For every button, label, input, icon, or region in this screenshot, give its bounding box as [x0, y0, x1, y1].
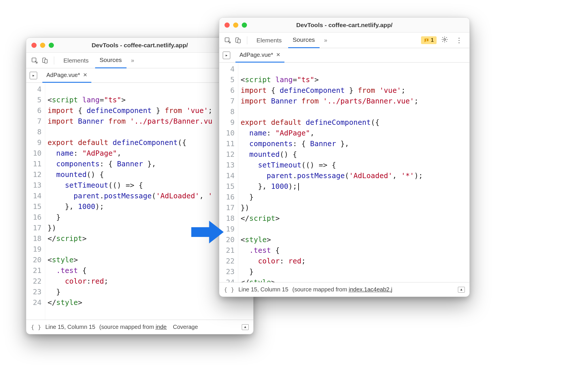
svg-rect-5: [238, 39, 240, 43]
separator: [54, 56, 54, 65]
arrow-icon: [190, 219, 225, 245]
warnings-badge[interactable]: 1: [421, 36, 437, 44]
more-tabs-icon[interactable]: »: [321, 37, 330, 44]
more-menu-icon[interactable]: ⋮: [453, 36, 465, 44]
coverage-label[interactable]: Coverage: [173, 324, 198, 330]
traffic-lights: [224, 22, 247, 28]
inspect-icon[interactable]: [30, 56, 39, 65]
svg-rect-7: [426, 40, 426, 41]
source-mapped: (source mapped from inde: [99, 324, 167, 330]
drawer-toggle-icon[interactable]: [458, 287, 465, 293]
device-toggle-icon[interactable]: [234, 36, 242, 45]
code-area[interactable]: <script lang="ts">import { defineCompone…: [238, 63, 469, 282]
drawer-toggle-icon[interactable]: [242, 324, 249, 330]
zoom-icon[interactable]: [49, 43, 54, 48]
file-tabs: ▸ AdPage.vue* ✕: [219, 48, 469, 63]
svg-point-8: [444, 39, 446, 40]
inspect-icon[interactable]: [223, 36, 232, 45]
settings-icon[interactable]: [438, 36, 451, 45]
tab-elements[interactable]: Elements: [59, 53, 93, 68]
separator: [247, 36, 247, 44]
source-map-link[interactable]: index.1ac4eab2.j: [349, 286, 392, 293]
statusbar: { } Line 15, Column 15 (source mapped fr…: [26, 320, 253, 334]
file-tab-label: AdPage.vue*: [239, 52, 273, 58]
pretty-print-icon[interactable]: { }: [31, 324, 41, 331]
zoom-icon[interactable]: [242, 22, 247, 28]
minimize-icon[interactable]: [40, 43, 45, 48]
svg-marker-9: [191, 221, 224, 244]
more-tabs-icon[interactable]: »: [128, 57, 137, 64]
tab-elements[interactable]: Elements: [252, 33, 286, 48]
svg-rect-2: [45, 59, 47, 63]
warnings-count: 1: [431, 37, 434, 43]
minimize-icon[interactable]: [233, 22, 238, 28]
statusbar: { } Line 15, Column 15 (source mapped fr…: [219, 282, 469, 297]
cursor-position: Line 15, Column 15: [45, 324, 95, 330]
tab-sources[interactable]: Sources: [95, 53, 127, 68]
close-tab-icon[interactable]: ✕: [276, 52, 280, 58]
file-tab-label: AdPage.vue*: [46, 72, 80, 78]
close-icon[interactable]: [224, 22, 230, 28]
svg-rect-6: [426, 39, 426, 40]
file-tab-adpage[interactable]: AdPage.vue* ✕: [42, 68, 91, 83]
close-tab-icon[interactable]: ✕: [83, 72, 87, 78]
gutter: 456789101112131415161718192021222324: [219, 63, 238, 282]
devtools-window-after: DevTools - coffee-cart.netlify.app/ Elem…: [219, 17, 470, 297]
run-snippet-icon[interactable]: ▸: [223, 52, 230, 59]
file-tab-adpage[interactable]: AdPage.vue* ✕: [235, 48, 284, 63]
device-toggle-icon[interactable]: [41, 56, 49, 65]
tab-sources[interactable]: Sources: [288, 33, 320, 48]
titlebar: DevTools - coffee-cart.netlify.app/: [219, 18, 469, 33]
traffic-lights: [31, 43, 54, 48]
code-editor[interactable]: 456789101112131415161718192021222324 <sc…: [219, 63, 469, 282]
pretty-print-icon[interactable]: { }: [224, 286, 234, 293]
cursor-position: Line 15, Column 15: [238, 286, 288, 293]
source-map-link[interactable]: inde: [156, 324, 167, 330]
toolbar: Elements Sources » 1 ⋮: [219, 33, 469, 48]
run-snippet-icon[interactable]: ▸: [30, 72, 37, 79]
window-title: DevTools - coffee-cart.netlify.app/: [219, 22, 469, 29]
source-mapped: (source mapped from index.1ac4eab2.j: [292, 286, 392, 293]
close-icon[interactable]: [31, 43, 37, 48]
gutter: 456789101112131415161718192021222324: [26, 83, 45, 320]
